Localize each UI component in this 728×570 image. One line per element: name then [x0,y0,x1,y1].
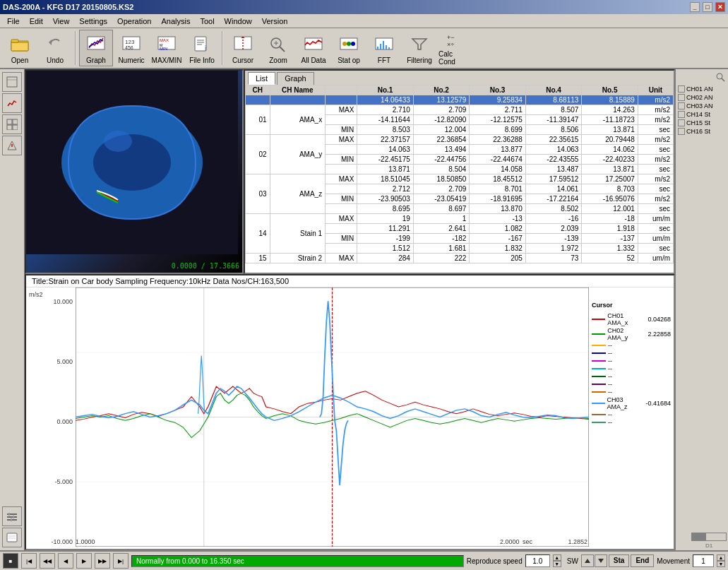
zoom-button[interactable]: Zoom [261,30,295,66]
cursor-button[interactable]: Cursor [226,30,260,66]
sidebar-btn-3[interactable] [2,114,22,134]
legend-blank-8: -- [592,411,671,418]
rewind-button[interactable]: ◀◀ [40,553,55,569]
ch14-checkbox[interactable] [678,111,685,118]
undo-button[interactable]: Undo [38,30,72,66]
search-icon[interactable] [715,72,725,82]
sta-button[interactable]: Sta [609,554,630,567]
menu-window[interactable]: Window [220,16,256,27]
menu-edit[interactable]: Edit [25,16,47,27]
graph-button[interactable]: Graph [79,30,113,66]
graph-canvas[interactable]: 1.0000 2.0000 sec 1.2852 [76,287,589,547]
col-chname: CH Name [270,85,326,95]
graph-area: Title:Strain on Car body Sampling Freque… [25,274,675,550]
ch03-checkbox[interactable] [678,102,685,109]
menu-settings[interactable]: Settings [75,16,112,27]
alldata-button[interactable]: All Data [297,30,330,66]
maximize-button[interactable]: □ [703,2,712,12]
col-empty [326,85,357,95]
menu-version[interactable]: Version [258,16,292,27]
filtering-button[interactable]: Filtering [402,30,436,66]
fileinfo-icon: i [191,32,213,55]
open-button[interactable]: Open [3,30,37,66]
svg-line-22 [280,47,285,52]
ch01-checkbox[interactable] [678,85,685,93]
stop-button[interactable]: ■ [3,553,18,569]
col-no3: No.3 [470,85,526,95]
cursor-label-text: Cursor [592,302,671,309]
movement-label: Movement [657,557,690,565]
ch02-checkbox[interactable] [678,94,685,101]
movement-up-button[interactable]: ▲ [717,554,725,561]
sidebar-btn-list[interactable] [2,528,22,547]
table-wrapper[interactable]: CH CH Name No.1 No.2 No.3 No.4 No.5 Unit [245,85,674,273]
data-table-panel: List Graph CH CH Name No.1 No.2 No.3 [244,69,675,274]
sidebar-btn-4[interactable] [2,136,22,155]
forward-end-button[interactable]: ▶| [113,553,129,569]
legend-blank-4: -- [592,365,671,372]
sidebar-btn-2[interactable] [2,93,22,113]
rewind-start-button[interactable]: |◀ [21,553,37,569]
hl-unit: m/s2 [638,95,673,105]
maxmin-button[interactable]: MAX M MIN MAX/MIN [150,30,184,66]
table-row: 01 AMA_x MAX 2.710 2.709 2.711 8.507 14.… [246,105,674,115]
channel-item-ch03: CH03 AN [677,102,727,110]
fft-button[interactable]: FFT [367,30,401,66]
end-button[interactable]: End [631,554,654,567]
ch16-checkbox[interactable] [678,128,685,135]
ch15-checkbox[interactable] [678,119,685,126]
prev-button[interactable]: ◀ [58,553,73,569]
legend-ch01: CH01 AMA_x 0.04268 [592,312,671,326]
svg-text:i: i [205,44,206,52]
scrollbar-h[interactable] [691,533,727,541]
fileinfo-button[interactable]: i File Info [185,30,219,66]
up-arrow-button[interactable] [581,554,594,567]
numeric-button[interactable]: 123 456 Numeric [114,30,148,66]
svg-point-60 [104,131,132,152]
svg-rect-34 [383,41,384,49]
bottom-icon: D1 [705,542,712,549]
speed-down-button[interactable]: ▼ [553,561,561,567]
table-tabs: List Graph [245,71,674,85]
menu-analysis[interactable]: Analysis [157,16,194,27]
calccond-button[interactable]: +− ×÷ Calc Cond [438,30,472,66]
col-no4: No.4 [525,85,582,95]
menu-file[interactable]: File [3,16,24,27]
image-timestamp: 0.0000 / 17.3666 [172,262,239,270]
movement-down-button[interactable]: ▼ [717,561,725,567]
main-content: 0.0000 / 17.3666 List Graph CH CH Name [0,69,728,550]
play-button[interactable]: ▶ [76,553,92,569]
menu-tool[interactable]: Tool [196,16,218,27]
statop-button[interactable]: Stat op [332,30,366,66]
channel-item-ch02: CH02 AN [677,93,727,102]
legend-line-ch03 [592,403,605,404]
close-button[interactable]: ✕ [715,2,725,12]
calccond-icon: +− ×÷ [443,30,466,49]
svg-rect-52 [11,518,12,521]
svg-text:+−: +− [447,34,455,41]
window-title: DAS-200A - KFG D17 20150805.KS2 [3,3,133,11]
legend-line-blank8 [592,414,606,415]
svg-marker-73 [598,559,604,563]
down-arrow-button[interactable] [595,554,607,567]
tab-graph[interactable]: Graph [277,72,314,85]
minimize-button[interactable]: _ [690,2,700,12]
speed-up-button[interactable]: ▲ [553,554,561,561]
forward-button[interactable]: ▶▶ [95,553,110,569]
ch02-label: CH02 AN [686,94,713,101]
sidebar-btn-settings[interactable] [2,506,22,526]
movement-input[interactable] [693,554,714,567]
toolbar-separator-2 [222,31,223,65]
menu-view[interactable]: View [49,16,74,27]
reproduce-speed-input[interactable] [525,554,550,567]
tab-list[interactable]: List [248,72,275,85]
svg-point-30 [351,42,355,46]
menu-operation[interactable]: Operation [113,16,155,27]
statop-icon [338,32,360,55]
legend-blank-5: -- [592,373,671,380]
data-table: CH CH Name No.1 No.2 No.3 No.4 No.5 Unit [245,85,674,263]
svg-rect-44 [13,125,18,130]
svg-point-29 [347,42,351,46]
scrollbar-thumb [692,533,706,540]
sidebar-btn-1[interactable] [2,72,22,92]
